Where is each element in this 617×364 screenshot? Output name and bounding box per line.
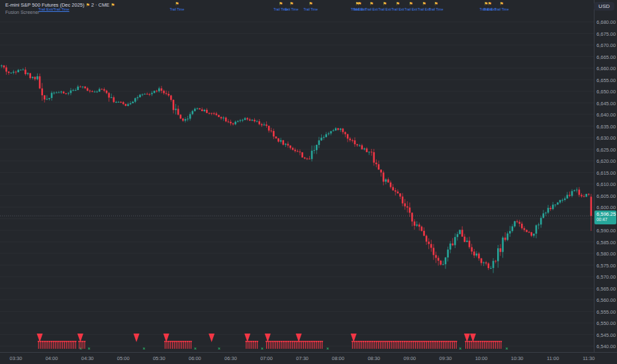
- sell-signal-tick[interactable]: [45, 341, 47, 349]
- sell-signal-tick[interactable]: [469, 341, 471, 349]
- sell-signal-tick[interactable]: [470, 341, 472, 349]
- sell-signal-tick[interactable]: [385, 341, 387, 349]
- sell-signal-tick[interactable]: [295, 341, 297, 349]
- sell-signal-tick[interactable]: [497, 341, 498, 349]
- sell-signal-tick[interactable]: [387, 341, 389, 349]
- sell-signal-tick[interactable]: [372, 341, 374, 349]
- sell-signal-tick[interactable]: [364, 341, 366, 349]
- sell-signal-tick[interactable]: [420, 341, 422, 349]
- sell-signal-tick[interactable]: [396, 341, 398, 349]
- sell-signal-tick[interactable]: [267, 341, 269, 349]
- sell-signal-tick[interactable]: [293, 341, 295, 349]
- sell-signal-tick[interactable]: [301, 341, 303, 349]
- sell-signal-tick[interactable]: [368, 341, 370, 349]
- sell-signal-tick[interactable]: [183, 341, 185, 349]
- exit-x-marker[interactable]: ×: [459, 346, 461, 351]
- sell-signal-tick[interactable]: [271, 341, 273, 349]
- sell-signal-tick[interactable]: [303, 341, 305, 349]
- annotation-flag-icon[interactable]: ⚑: [369, 1, 373, 7]
- time-axis[interactable]: 03:3004:0004:3005:0005:3006:0006:3007:00…: [0, 352, 617, 364]
- sell-signal-tick[interactable]: [279, 341, 281, 349]
- sell-signal-tick[interactable]: [366, 341, 368, 349]
- sell-signal-tick[interactable]: [282, 341, 284, 349]
- sell-signal-tick[interactable]: [280, 341, 282, 349]
- sell-signal-tick[interactable]: [418, 341, 420, 349]
- sell-signal-tick[interactable]: [435, 341, 437, 349]
- sell-signal-tick[interactable]: [438, 341, 440, 349]
- annotation-flag-icon[interactable]: ⚑: [409, 1, 413, 7]
- sell-signal-tick[interactable]: [479, 341, 481, 349]
- sell-signal-tick[interactable]: [416, 341, 418, 349]
- sell-signal-tick[interactable]: [289, 341, 291, 349]
- sell-signal-tick[interactable]: [429, 341, 431, 349]
- sell-signal-tick[interactable]: [455, 341, 457, 349]
- annotation-flag-icon[interactable]: ⚑: [357, 1, 361, 7]
- sell-signal-tick[interactable]: [359, 341, 361, 349]
- annotation-flag-icon[interactable]: ⚑: [500, 1, 504, 7]
- sell-signal-tick[interactable]: [52, 341, 54, 349]
- sell-signal-tick[interactable]: [43, 341, 45, 349]
- sell-signal-tick[interactable]: [450, 341, 451, 349]
- sell-signal-tick[interactable]: [316, 341, 318, 349]
- annotation-flag-icon[interactable]: ⚑: [289, 1, 293, 7]
- sell-signal-tick[interactable]: [188, 341, 190, 349]
- sell-signal-tick[interactable]: [275, 341, 277, 349]
- sell-signal-tick[interactable]: [361, 341, 363, 349]
- sell-signal-tick[interactable]: [474, 341, 476, 349]
- sell-signal-tick[interactable]: [67, 341, 69, 349]
- sell-signal-tick[interactable]: [256, 341, 258, 349]
- annotation-flag-icon[interactable]: ⚑: [308, 1, 312, 7]
- sell-signal-tick[interactable]: [405, 341, 407, 349]
- sell-signal-tick[interactable]: [186, 341, 188, 349]
- sell-signal-tick[interactable]: [169, 341, 171, 349]
- sell-signal-tick[interactable]: [446, 341, 448, 349]
- sell-signal-tick[interactable]: [265, 341, 267, 349]
- sell-signal-tick[interactable]: [453, 341, 455, 349]
- sell-signal-tick[interactable]: [400, 341, 402, 349]
- sell-signal-tick[interactable]: [50, 341, 52, 349]
- sell-signal-tick[interactable]: [286, 341, 288, 349]
- sell-signal-tick[interactable]: [428, 341, 430, 349]
- sell-signal-tick[interactable]: [431, 341, 433, 349]
- sell-signal-tick[interactable]: [173, 341, 175, 349]
- sell-signal-tick[interactable]: [166, 341, 168, 349]
- annotation-flag-icon[interactable]: ⚑: [383, 1, 387, 7]
- sell-signal-tick[interactable]: [487, 341, 489, 349]
- sell-signal-tick[interactable]: [485, 341, 487, 349]
- sell-signal-tick[interactable]: [277, 341, 279, 349]
- sell-signal-tick[interactable]: [164, 341, 166, 349]
- annotation-flag-icon[interactable]: ⚑: [488, 1, 492, 7]
- sell-signal-tick[interactable]: [444, 341, 446, 349]
- sell-signal-tick[interactable]: [62, 341, 64, 349]
- sell-signal-tick[interactable]: [167, 341, 169, 349]
- sell-signal-tick[interactable]: [299, 341, 301, 349]
- sell-signal-tick[interactable]: [467, 341, 469, 349]
- sell-signal-tick[interactable]: [381, 341, 383, 349]
- sell-signal-tick[interactable]: [47, 341, 49, 349]
- sell-signal-tick[interactable]: [352, 341, 354, 349]
- sell-signal-tick[interactable]: [407, 341, 409, 349]
- sell-signal-tick[interactable]: [414, 341, 416, 349]
- sell-signal-tick[interactable]: [39, 341, 41, 349]
- sell-signal-tick[interactable]: [392, 341, 394, 349]
- sell-signal-tick[interactable]: [314, 341, 316, 349]
- sell-signal-tick[interactable]: [305, 341, 307, 349]
- sell-signal-tick[interactable]: [483, 341, 485, 349]
- sell-signal-tick[interactable]: [73, 341, 75, 349]
- sell-signal-tick[interactable]: [426, 341, 428, 349]
- sell-signal-tick[interactable]: [312, 341, 314, 349]
- sell-signal-tick[interactable]: [247, 341, 249, 349]
- sell-signal-tick[interactable]: [273, 341, 275, 349]
- sell-signal-tick[interactable]: [481, 341, 483, 349]
- sell-signal-tick[interactable]: [437, 341, 439, 349]
- exit-x-marker[interactable]: ×: [142, 346, 145, 351]
- last-price-badge[interactable]: 6,596.25 00:47: [594, 210, 616, 224]
- sell-signal-tick[interactable]: [451, 341, 453, 349]
- sell-signal-tick[interactable]: [317, 341, 319, 349]
- sell-signal-tick[interactable]: [41, 341, 43, 349]
- sell-signal-tick[interactable]: [379, 341, 381, 349]
- exit-x-marker[interactable]: ×: [88, 346, 91, 351]
- sell-signal-tick[interactable]: [56, 341, 58, 349]
- sell-signal-tick[interactable]: [433, 341, 435, 349]
- sell-signal-tick[interactable]: [254, 341, 256, 349]
